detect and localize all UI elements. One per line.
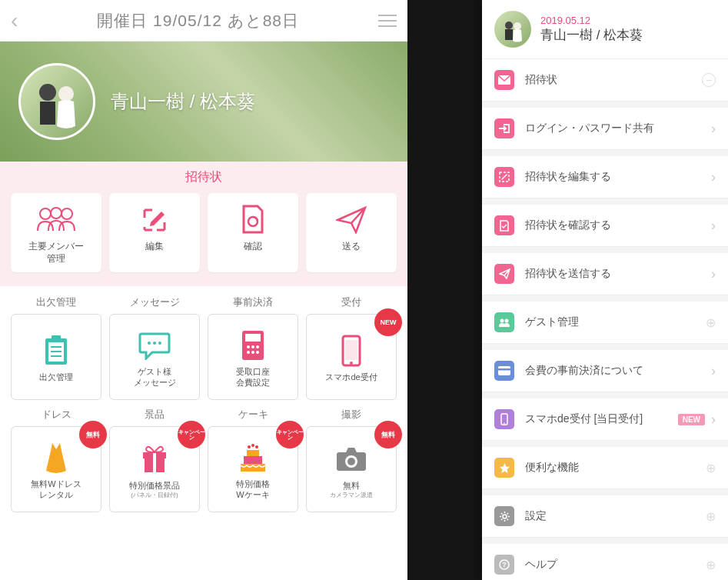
clipboard-icon: [15, 335, 98, 367]
members-icon: [14, 204, 98, 236]
svg-point-0: [39, 84, 56, 101]
svg-point-18: [247, 345, 250, 348]
svg-point-39: [505, 22, 513, 29]
menu-label: 招待状を確認する: [525, 218, 711, 232]
col-header-photo: 撮影: [306, 408, 397, 422]
col-header-payment: 事前決済: [208, 295, 298, 309]
plus-icon: ⊕: [706, 509, 716, 524]
svg-point-38: [347, 458, 355, 465]
drawer-date: 2019.05.12: [540, 15, 643, 26]
col-header-prize: 景品: [109, 408, 200, 422]
menu-item-send[interactable]: 招待状を送信する›: [482, 253, 728, 295]
confirm-doc-icon: [211, 204, 295, 236]
menu-label: スマホde受付 [当日受付]: [525, 412, 678, 426]
menu-item-edit[interactable]: 招待状を編集する›: [482, 156, 728, 198]
hero-banner: 青山一樹 / 松本葵: [0, 42, 407, 162]
menu-item-envelope[interactable]: 招待状−: [482, 59, 728, 102]
dress-card[interactable]: 無料 無料Wドレス レンタル: [11, 426, 101, 512]
menu-item-star[interactable]: 便利な機能⊕: [482, 447, 728, 489]
menu-label: ヘルプ: [525, 558, 706, 572]
menu-label: ゲスト管理: [525, 315, 706, 329]
svg-point-23: [256, 351, 259, 354]
svg-point-22: [251, 351, 254, 354]
gift-icon: [113, 443, 196, 475]
col-header-reception: 受付: [306, 295, 397, 309]
plus-icon: ⊕: [706, 461, 716, 475]
reception-card[interactable]: NEW スマホde受付: [306, 314, 397, 400]
campaign-badge-2: キャンペーン: [276, 421, 304, 448]
edit-label: 編集: [112, 241, 197, 253]
attendance-label: 出欠管理: [15, 372, 98, 382]
cake-card[interactable]: キャンペーン 特別価格 Wケーキ: [208, 426, 298, 512]
plus-icon: ⊕: [706, 315, 716, 330]
send-label: 送る: [309, 241, 394, 253]
overlay-scrim[interactable]: [407, 0, 482, 580]
payment-card[interactable]: 受取口座 会費設定: [208, 314, 298, 400]
svg-point-33: [248, 445, 251, 448]
svg-rect-40: [505, 29, 513, 40]
menu-item-phone[interactable]: スマホde受付 [当日受付]NEW›: [482, 398, 728, 441]
svg-point-21: [247, 351, 250, 354]
menu-label: 招待状を送信する: [525, 267, 711, 281]
confirm-label: 確認: [211, 241, 295, 253]
message-card[interactable]: ゲスト様 メッセージ: [109, 314, 200, 400]
menu-item-check-doc[interactable]: 招待状を確認する›: [482, 205, 728, 247]
svg-point-19: [251, 345, 254, 348]
prize-label: 特別価格景品: [113, 480, 196, 491]
edit-card[interactable]: 編集: [109, 193, 200, 272]
send-card[interactable]: 送る: [306, 193, 397, 272]
prize-sublabel: (パネル・目録付): [113, 492, 196, 499]
attendance-card[interactable]: 出欠管理: [11, 314, 101, 400]
photo-card[interactable]: 無料 無料 カメラマン派遣: [306, 426, 397, 512]
svg-point-2: [58, 86, 74, 102]
svg-point-3: [40, 208, 51, 219]
invite-section-title: 招待状: [11, 169, 397, 185]
svg-point-15: [158, 342, 161, 345]
menu-label: 会費の事前決済について: [525, 364, 711, 378]
svg-point-26: [350, 362, 353, 365]
campaign-badge: キャンペーン: [178, 421, 205, 448]
svg-point-34: [251, 444, 254, 447]
col-header-message: メッセージ: [109, 295, 200, 309]
svg-rect-32: [247, 450, 259, 456]
svg-point-35: [255, 445, 258, 448]
svg-rect-29: [153, 452, 156, 472]
svg-point-41: [514, 22, 521, 30]
reception-label: スマホde受付: [310, 372, 393, 382]
confirm-card[interactable]: 確認: [208, 193, 298, 272]
drawer-header: 2019.05.12 青山一樹 / 松本葵: [482, 0, 728, 59]
drawer-avatar: [494, 11, 531, 48]
couple-names: 青山一樹 / 松本葵: [111, 89, 255, 114]
svg-rect-25: [345, 340, 357, 360]
chevron-right-icon: ›: [711, 169, 716, 185]
chevron-right-icon: ›: [711, 363, 716, 379]
members-card[interactable]: 主要メンバー 管理: [11, 193, 101, 272]
login-icon: [494, 118, 514, 138]
col-header-cake: ケーキ: [208, 408, 298, 422]
menu-item-card[interactable]: 会費の事前決済について›: [482, 350, 728, 392]
help-icon: ?: [494, 555, 514, 575]
menu-label: ログイン・パスワード共有: [525, 122, 711, 135]
back-button[interactable]: ‹: [11, 8, 18, 33]
menu-item-login[interactable]: ログイン・パスワード共有›: [482, 108, 728, 150]
menu-item-gear[interactable]: 設定⊕: [482, 495, 728, 538]
edit-icon: [494, 167, 514, 187]
free-badge: 無料: [79, 421, 107, 448]
col-header-attendance: 出欠管理: [11, 295, 101, 309]
gear-icon: [494, 506, 514, 526]
free-badge-2: 無料: [374, 421, 402, 448]
svg-point-45: [505, 318, 509, 322]
svg-point-14: [153, 342, 156, 345]
prize-card[interactable]: キャンペーン 特別価格景品 (パネル・目録付): [109, 426, 200, 512]
edit-icon: [112, 204, 197, 236]
menu-item-help[interactable]: ?ヘルプ⊕: [482, 544, 728, 580]
menu-button[interactable]: [378, 11, 397, 31]
menu-label: 招待状を編集する: [525, 170, 711, 184]
col-header-dress: ドレス: [11, 408, 101, 422]
new-badge: NEW: [374, 308, 402, 336]
svg-rect-17: [245, 334, 261, 342]
menu-item-guests[interactable]: ゲスト管理⊕: [482, 302, 728, 344]
minus-icon: −: [702, 73, 716, 87]
svg-point-49: [504, 422, 505, 424]
plus-icon: ⊕: [706, 558, 716, 572]
